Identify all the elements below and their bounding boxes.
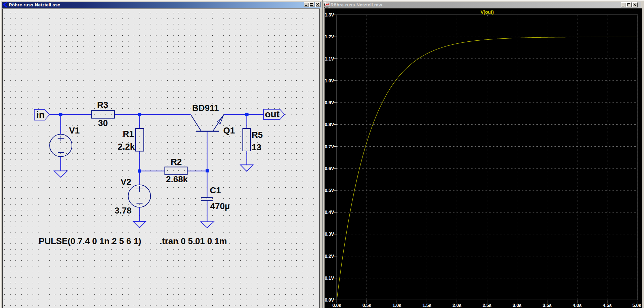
svg-text:3.0s: 3.0s xyxy=(513,303,522,308)
svg-text:2.68k: 2.68k xyxy=(166,174,188,184)
svg-text:1.0V: 1.0V xyxy=(325,78,335,83)
svg-text:470µ: 470µ xyxy=(210,201,230,211)
svg-text:C1: C1 xyxy=(210,185,221,195)
svg-text:0.0V: 0.0V xyxy=(325,297,335,303)
svg-text:1.0s: 1.0s xyxy=(392,303,401,308)
svg-text:0.3V: 0.3V xyxy=(325,231,335,237)
svg-text:0.1V: 0.1V xyxy=(325,275,335,281)
svg-text:4.5s: 4.5s xyxy=(603,303,612,308)
svg-text:V2: V2 xyxy=(121,177,131,187)
svg-text:1.2V: 1.2V xyxy=(325,34,335,39)
svg-text:2.2k: 2.2k xyxy=(118,142,135,152)
svg-text:R3: R3 xyxy=(97,100,108,110)
svg-text:V(out): V(out) xyxy=(480,9,493,15)
svg-text:0.8V: 0.8V xyxy=(325,122,335,127)
svg-text:in: in xyxy=(36,110,45,120)
svg-text:PULSE(0 7.4 0 1n 2 5 6 1): PULSE(0 7.4 0 1n 2 5 6 1) xyxy=(39,236,141,246)
svg-text:30: 30 xyxy=(98,118,108,128)
svg-text:0.6V: 0.6V xyxy=(325,166,335,171)
svg-text:4.0s: 4.0s xyxy=(573,303,582,308)
svg-text:0.4V: 0.4V xyxy=(325,209,335,215)
svg-text:3.78: 3.78 xyxy=(115,205,132,216)
svg-text:BD911: BD911 xyxy=(192,103,219,113)
svg-text:1.5s: 1.5s xyxy=(423,303,432,308)
svg-text:1.3V: 1.3V xyxy=(325,12,335,17)
svg-text:0.2V: 0.2V xyxy=(325,254,335,259)
svg-text:.tran 0 5.01 0 1m: .tran 0 5.01 0 1m xyxy=(160,236,227,246)
svg-text:13: 13 xyxy=(252,142,261,152)
svg-text:0.5V: 0.5V xyxy=(325,188,335,193)
svg-text:0.0s: 0.0s xyxy=(332,303,341,308)
svg-text:R1: R1 xyxy=(123,129,134,139)
svg-text:R2: R2 xyxy=(171,157,182,167)
svg-text:1.1V: 1.1V xyxy=(325,56,335,62)
svg-text:0.5s: 0.5s xyxy=(362,303,372,308)
svg-text:2.5s: 2.5s xyxy=(482,303,491,308)
svg-text:Q1: Q1 xyxy=(223,125,235,136)
svg-text:0.7V: 0.7V xyxy=(325,144,335,149)
svg-text:out: out xyxy=(265,109,280,119)
svg-text:R5: R5 xyxy=(252,130,263,140)
svg-text:0.9V: 0.9V xyxy=(325,100,335,105)
svg-text:5.0s: 5.0s xyxy=(632,303,641,308)
svg-text:V1: V1 xyxy=(69,125,80,136)
svg-text:3.5s: 3.5s xyxy=(543,303,552,308)
svg-text:2.0s: 2.0s xyxy=(453,303,462,308)
